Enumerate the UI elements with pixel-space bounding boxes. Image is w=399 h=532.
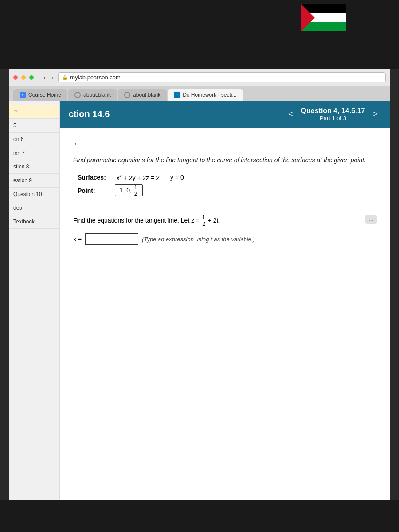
- sidebar-item-textbook-label: Textbook: [13, 219, 35, 225]
- tab-about-blank-2[interactable]: about:blank: [118, 89, 167, 101]
- question-number: Question 4, 14.6.17: [301, 107, 365, 115]
- sidebar-item-video-label: deo: [13, 205, 22, 211]
- about-blank-2-tab-icon: [124, 92, 130, 98]
- question-instruction: Find parametric equations for the line t…: [73, 156, 377, 165]
- answer-hint: (Type an expression using t as the varia…: [142, 236, 255, 243]
- main-content: ☞ 5 on 6 ion 7 stion 8 estion 9 Question…: [9, 101, 390, 500]
- content-area: ction 14.6 < Question 4, 14.6.17 Part 1 …: [60, 101, 390, 500]
- tab-do-homework-label: Do Homework - secti...: [183, 92, 236, 98]
- tab-about-blank-1-label: about:blank: [83, 92, 111, 98]
- address-text: mylab.pearson.com: [70, 74, 120, 81]
- surfaces-equation: x2 + 2y + 2z = 2: [117, 174, 160, 181]
- tabs-bar: ▪ Course Home about:blank about:blank P …: [9, 86, 390, 101]
- maximize-btn[interactable]: [29, 75, 34, 80]
- sidebar-item-question10-label: Question 10: [13, 191, 42, 197]
- sidebar-item-5-label: 5: [13, 122, 16, 129]
- tab-about-blank-1[interactable]: about:blank: [68, 89, 117, 101]
- close-btn[interactable]: [13, 75, 18, 80]
- question-info: Question 4, 14.6.17 Part 1 of 3: [301, 107, 365, 121]
- about-blank-1-tab-icon: [74, 92, 81, 98]
- prev-question-btn[interactable]: <: [285, 108, 297, 121]
- more-options-btn[interactable]: ...: [365, 215, 377, 224]
- browser-toolbar: ‹ › 🔒 mylab.pearson.com: [9, 69, 390, 86]
- tab-do-homework[interactable]: P Do Homework - secti...: [168, 89, 243, 101]
- point-row: Point: 1, 0, 1 2: [78, 185, 377, 197]
- sidebar-item-estion9[interactable]: estion 9: [9, 174, 59, 188]
- question-header: ction 14.6 < Question 4, 14.6.17 Part 1 …: [60, 101, 390, 128]
- tab-course-home[interactable]: ▪ Course Home: [13, 89, 67, 101]
- surfaces-label: Surfaces:: [78, 174, 106, 181]
- back-arrow-btn[interactable]: ←: [73, 138, 82, 149]
- bottom-bar: [0, 500, 399, 532]
- point-label: Point:: [78, 187, 95, 194]
- sidebar-item-stion8[interactable]: stion 8: [9, 160, 59, 174]
- nav-back-btn[interactable]: ‹: [42, 73, 47, 82]
- point-coordinates: 1, 0, 1 2: [115, 184, 143, 196]
- surfaces-block: Surfaces: x2 + 2y + 2z = 2 y = 0 Point: …: [78, 174, 377, 197]
- course-home-tab-icon: ▪: [20, 92, 26, 98]
- question-part: Part 1 of 3: [301, 115, 365, 121]
- sidebar-item-video[interactable]: deo: [9, 201, 59, 215]
- flag-decoration: [301, 4, 346, 31]
- browser-window: ‹ › 🔒 mylab.pearson.com ▪ Course Home ab…: [9, 69, 390, 500]
- point-coordinates-wrapper: 1, 0, 1 2: [115, 185, 143, 197]
- sidebar-item-active[interactable]: ☞: [9, 105, 59, 119]
- sidebar-item-stion8-label: stion 8: [13, 164, 29, 170]
- sidebar-item-on6-label: on 6: [13, 136, 23, 142]
- flag-triangle: [301, 4, 315, 31]
- question-body: ← Find parametric equations for the line…: [60, 128, 390, 255]
- sidebar-item-textbook[interactable]: Textbook: [9, 215, 59, 229]
- do-homework-tab-icon: P: [174, 92, 180, 98]
- top-bar: [0, 0, 399, 69]
- tab-course-home-label: Course Home: [28, 92, 61, 98]
- address-bar[interactable]: 🔒 mylab.pearson.com: [58, 72, 386, 82]
- sidebar-item-estion9-label: estion 9: [13, 177, 32, 184]
- minimize-btn[interactable]: [21, 75, 26, 80]
- sidebar: ☞ 5 on 6 ion 7 stion 8 estion 9 Question…: [9, 101, 60, 500]
- tab-about-blank-2-label: about:blank: [133, 92, 160, 98]
- sidebar-item-ion7[interactable]: ion 7: [9, 146, 59, 160]
- x-answer-input[interactable]: [85, 233, 138, 245]
- next-question-btn[interactable]: >: [369, 108, 381, 121]
- x-equals-label: x =: [73, 235, 82, 243]
- answer-row: x = (Type an expression using t as the v…: [73, 233, 377, 245]
- sidebar-item-cursor: ☞: [13, 109, 18, 115]
- divider: [73, 206, 377, 206]
- tangent-line-instruction: Find the equations for the tangent line.…: [73, 215, 377, 227]
- z-fraction: 1 2: [201, 215, 206, 227]
- lock-icon: 🔒: [62, 74, 68, 80]
- y-equation: y = 0: [170, 174, 184, 181]
- point-frac: 1 2: [133, 185, 138, 197]
- nav-forward-btn[interactable]: ›: [50, 73, 56, 82]
- sidebar-item-5[interactable]: 5: [9, 119, 59, 133]
- section-title: ction 14.6: [69, 109, 110, 119]
- address-bar-area: ‹ › 🔒 mylab.pearson.com: [42, 72, 386, 82]
- surfaces-row: Surfaces: x2 + 2y + 2z = 2 y = 0: [78, 174, 377, 181]
- sidebar-item-ion7-label: ion 7: [13, 150, 25, 156]
- sidebar-item-question10[interactable]: Question 10: [9, 188, 59, 201]
- sidebar-item-on6[interactable]: on 6: [9, 133, 59, 146]
